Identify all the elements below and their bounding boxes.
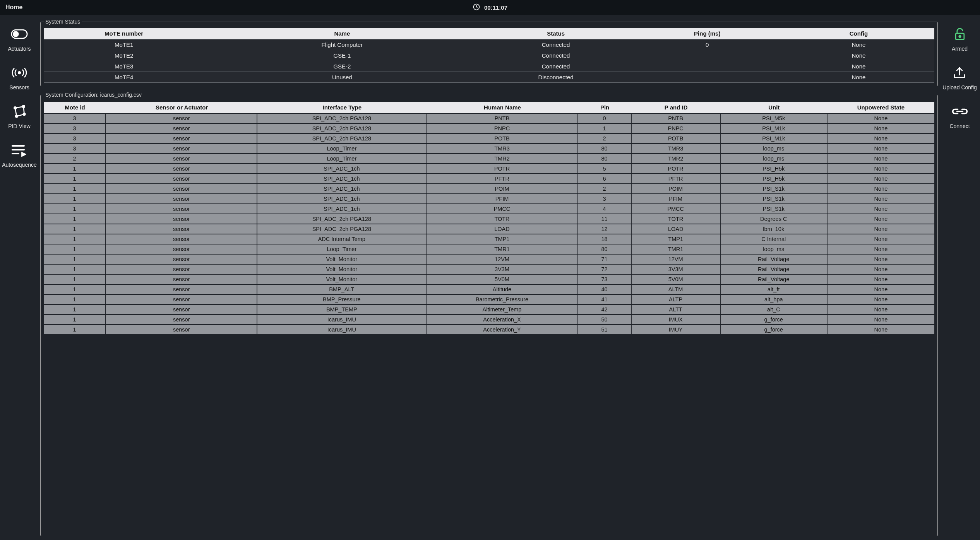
cfg-cell-unit: loop_ms xyxy=(721,144,828,153)
cfg-cell-iface: SPI_ADC_1ch xyxy=(257,164,427,173)
cfg-cell-human: Acceleration_Y xyxy=(427,325,578,334)
cfg-cell-pid: PFIM xyxy=(632,194,721,203)
cfg-row: 3sensorLoop_TimerTMR380TMR3loop_msNone xyxy=(44,144,934,153)
cfg-cell-iface: Icarus_IMU xyxy=(257,315,427,324)
cfg-cell-unit: g_force xyxy=(721,325,828,334)
cfg-cell-kind: sensor xyxy=(106,265,257,274)
cfg-cell-mote: 1 xyxy=(44,234,106,244)
cfg-col-header: Human Name xyxy=(427,102,578,113)
cfg-cell-kind: sensor xyxy=(106,255,257,264)
cfg-cell-unpow: None xyxy=(828,114,934,123)
cfg-col-header: Sensor or Actuator xyxy=(106,102,257,113)
cfg-cell-pid: ALTP xyxy=(632,295,721,304)
sys-cell-mote: MoTE2 xyxy=(44,50,204,61)
cfg-cell-unit: alt_hpa xyxy=(721,295,828,304)
topbar: Home 00:11:07 xyxy=(0,0,980,15)
sys-cell-ping xyxy=(632,61,783,72)
cfg-cell-pin: 80 xyxy=(578,144,632,153)
cfg-cell-mote: 3 xyxy=(44,124,106,133)
sidebar-item-connect[interactable]: Connect xyxy=(949,104,970,129)
sys-cell-name: GSE-1 xyxy=(204,50,480,61)
sys-status-row: MoTE2GSE-1ConnectedNone xyxy=(44,50,934,61)
cfg-cell-kind: sensor xyxy=(106,214,257,224)
sidebar-item-label: Sensors xyxy=(9,84,29,91)
cfg-cell-unpow: None xyxy=(828,234,934,244)
upload-icon xyxy=(950,65,969,80)
cfg-cell-human: PFIM xyxy=(427,194,578,203)
sys-cell-ping xyxy=(632,72,783,83)
main-content: System Status MoTE numberNameStatusPing … xyxy=(39,15,939,540)
cfg-cell-pid: 3V3M xyxy=(632,265,721,274)
svg-point-6 xyxy=(23,113,25,115)
cfg-cell-unit: Degrees C xyxy=(721,214,828,224)
sys-cell-mote: MoTE3 xyxy=(44,61,204,72)
sys-cell-name: GSE-2 xyxy=(204,61,480,72)
sys-cell-status: Disconnected xyxy=(480,72,631,83)
cfg-cell-kind: sensor xyxy=(106,325,257,334)
home-link[interactable]: Home xyxy=(5,4,22,11)
cfg-cell-pin: 3 xyxy=(578,194,632,203)
cfg-cell-mote: 1 xyxy=(44,305,106,314)
cfg-cell-human: Altitude xyxy=(427,285,578,294)
cfg-row: 1sensorSPI_ADC_2ch PGA128LOAD12LOADlbm_1… xyxy=(44,224,934,234)
cfg-cell-pid: TMP1 xyxy=(632,234,721,244)
cfg-cell-human: POIM xyxy=(427,184,578,193)
cfg-cell-unit: Rail_Voltage xyxy=(721,255,828,264)
sys-cell-ping: 0 xyxy=(632,39,783,50)
cfg-cell-kind: sensor xyxy=(106,244,257,254)
cfg-cell-unit: alt_ft xyxy=(721,285,828,294)
cfg-col-header: Mote id xyxy=(44,102,106,113)
cfg-cell-iface: SPI_ADC_2ch PGA128 xyxy=(257,214,427,224)
cfg-col-header: Pin xyxy=(578,102,632,113)
cfg-cell-unit: PSI_S1k xyxy=(721,194,828,203)
cfg-cell-unit: lbm_10k xyxy=(721,224,828,234)
cfg-cell-pin: 42 xyxy=(578,305,632,314)
cfg-cell-unit: Rail_Voltage xyxy=(721,265,828,274)
cfg-cell-unpow: None xyxy=(828,154,934,163)
sidebar-item-armed[interactable]: Armed xyxy=(950,26,970,52)
cfg-cell-human: 12VM xyxy=(427,255,578,264)
sys-cell-mote: MoTE4 xyxy=(44,72,204,83)
sidebar-item-pid-view[interactable]: PID View xyxy=(8,104,30,129)
cfg-col-header: Interface Type xyxy=(257,102,427,113)
cfg-cell-unpow: None xyxy=(828,194,934,203)
cfg-cell-pid: PMCC xyxy=(632,204,721,214)
cfg-cell-human: PNPC xyxy=(427,124,578,133)
cfg-cell-pin: 6 xyxy=(578,174,632,183)
cfg-row: 2sensorLoop_TimerTMR280TMR2loop_msNone xyxy=(44,154,934,163)
sidebar-item-actuators[interactable]: Actuators xyxy=(8,26,31,52)
cfg-cell-pin: 11 xyxy=(578,214,632,224)
cfg-cell-iface: SPI_ADC_1ch xyxy=(257,184,427,193)
cfg-cell-human: 3V3M xyxy=(427,265,578,274)
sys-status-row: MoTE4UnusedDisconnectedNone xyxy=(44,72,934,83)
cfg-cell-iface: Loop_Timer xyxy=(257,244,427,254)
cfg-cell-unpow: None xyxy=(828,204,934,214)
cfg-cell-mote: 1 xyxy=(44,255,106,264)
cfg-cell-mote: 1 xyxy=(44,214,106,224)
cfg-cell-pin: 1 xyxy=(578,124,632,133)
cfg-cell-mote: 1 xyxy=(44,244,106,254)
sidebar-item-autosequence[interactable]: Autosequence xyxy=(2,142,37,168)
cfg-cell-unit: PSI_M1k xyxy=(721,134,828,143)
cfg-cell-human: POTB xyxy=(427,134,578,143)
sys-cell-config: None xyxy=(783,61,934,72)
cfg-cell-kind: sensor xyxy=(106,124,257,133)
cfg-row: 1sensorLoop_TimerTMR180TMR1loop_msNone xyxy=(44,244,934,254)
cfg-cell-mote: 3 xyxy=(44,114,106,123)
cfg-cell-unit: loop_ms xyxy=(721,154,828,163)
cfg-cell-pin: 0 xyxy=(578,114,632,123)
cfg-cell-kind: sensor xyxy=(106,164,257,173)
cfg-cell-iface: SPI_ADC_1ch xyxy=(257,194,427,203)
cfg-cell-pid: PNPC xyxy=(632,124,721,133)
sidebar-item-upload-config[interactable]: Upload Config xyxy=(942,65,977,91)
cfg-cell-kind: sensor xyxy=(106,154,257,163)
lock-open-icon xyxy=(950,26,970,42)
sys-status-row: MoTE3GSE-2ConnectedNone xyxy=(44,61,934,72)
cfg-col-header: P and ID xyxy=(632,102,721,113)
cfg-cell-iface: BMP_TEMP xyxy=(257,305,427,314)
cfg-row: 1sensorVolt_Monitor3V3M723V3MRail_Voltag… xyxy=(44,265,934,274)
sidebar-item-sensors[interactable]: Sensors xyxy=(9,65,29,91)
cfg-cell-human: PNTB xyxy=(427,114,578,123)
cfg-cell-pid: ALTT xyxy=(632,305,721,314)
cfg-cell-unpow: None xyxy=(828,255,934,264)
